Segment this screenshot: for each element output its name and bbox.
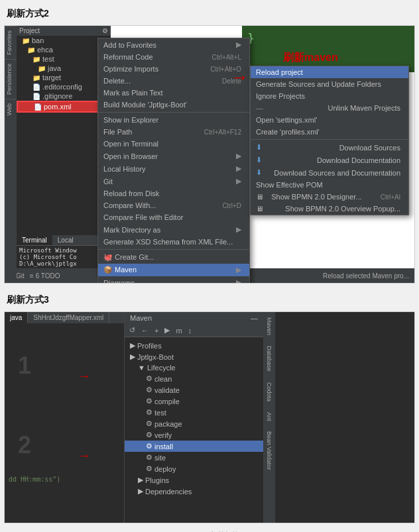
bpmn-overview-icon: 🖥 xyxy=(256,205,263,213)
section2-header: 刷新方式3 xyxy=(0,289,419,309)
download-sources-icon: ⬇ xyxy=(256,143,262,152)
menu-show-explorer[interactable]: Show in Explorer xyxy=(98,114,249,126)
right-tab-maven[interactable]: Maven xyxy=(265,312,274,341)
maven-plugins[interactable]: ▶ Plugins xyxy=(125,474,263,486)
project-settings-icon[interactable]: ⚙ xyxy=(102,27,108,34)
maven-submenu: Reload project Generate Sources and Upda… xyxy=(250,66,409,215)
maven-deploy-icon: ⚙ xyxy=(146,464,152,473)
menu-open-browser[interactable]: Open in Browser▶ xyxy=(98,150,249,162)
tree-item-editorconfig[interactable]: 📄 .editorconfig xyxy=(17,82,111,91)
maven-verify[interactable]: ⚙ verify xyxy=(125,429,263,441)
maven-plugins-icon: ▶ xyxy=(138,476,143,484)
red-arrow-lifecycle: → xyxy=(78,368,91,384)
submenu-effective-pom[interactable]: Show Effective POM xyxy=(251,179,408,191)
terminal-tab-local[interactable]: Local xyxy=(52,235,79,245)
tree-item-gitignore[interactable]: 📄 .gitignore xyxy=(17,91,111,101)
submenu-bpmn-overview[interactable]: 🖥 Show BPMN 2.0 Overview Popup... xyxy=(251,203,408,215)
tree-item-test[interactable]: 📁 test xyxy=(17,54,111,64)
menu-diagrams[interactable]: Diagrams▶ xyxy=(98,276,249,284)
maven-btn-refresh[interactable]: ↺ xyxy=(127,325,137,335)
terminal-tab-terminal[interactable]: Terminal xyxy=(17,235,52,245)
right-tab-database[interactable]: Database xyxy=(265,341,274,377)
code-tab-mapper[interactable]: ShHntJdzgffMapper.xml xyxy=(28,312,109,323)
maven-btn-add[interactable]: + xyxy=(152,326,160,335)
maven-validate-icon: ⚙ xyxy=(146,386,152,394)
maven-jptlgx-boot[interactable]: ▶ Jptlgx-Boot xyxy=(125,351,263,362)
maven-close-icon[interactable]: — xyxy=(251,314,258,322)
tree-item-pom[interactable]: 📄 pom.xml xyxy=(17,101,111,113)
maven-test[interactable]: ⚙ test xyxy=(125,407,263,418)
section1: 刷新方式2 Favorites Persistence Web Project … xyxy=(0,0,419,284)
menu-add-favorites[interactable]: Add to Favorites▶ xyxy=(98,38,249,51)
maven-btn-m[interactable]: m xyxy=(174,326,184,335)
maven-btn-back[interactable]: ← xyxy=(139,326,150,335)
maven-compile-icon: ⚙ xyxy=(146,397,152,405)
vsidebar-favorites[interactable]: Favorites xyxy=(5,26,17,59)
menu-local-history[interactable]: Local History▶ xyxy=(98,162,249,175)
download-docs-icon: ⬇ xyxy=(256,156,262,164)
menu-optimize[interactable]: Optimize ImportsCtrl+Alt+O xyxy=(98,63,249,75)
maven-package-icon: ⚙ xyxy=(146,419,152,428)
maven-btn-expand[interactable]: ↕ xyxy=(186,326,194,335)
maven-btn-run[interactable]: ▶ xyxy=(162,325,172,335)
menu-delete[interactable]: Delete...Delete xyxy=(98,75,249,87)
maven-profiles[interactable]: ▶ Profiles xyxy=(125,340,263,351)
maven-project-icon: ▶ xyxy=(130,352,135,361)
submenu-dl-sources[interactable]: ⬇ Download Sources xyxy=(251,141,408,154)
maven-site[interactable]: ⚙ site xyxy=(125,452,263,463)
tree-item-ehca[interactable]: 📁 ehca xyxy=(17,45,111,54)
tree-item-target[interactable]: 📁 target xyxy=(17,73,111,82)
menu-build-module[interactable]: Build Module 'Jptlgx-Boot' xyxy=(98,99,249,111)
terminal-line2: (c) Microsoft Co xyxy=(19,254,108,260)
menu-git[interactable]: Git▶ xyxy=(98,175,249,187)
submenu-unlink[interactable]: — Unlink Maven Projects xyxy=(251,102,408,114)
vsidebar-web[interactable]: Web xyxy=(5,99,17,119)
maven-dependencies[interactable]: ▶ Dependencies xyxy=(125,486,263,497)
submenu-reload[interactable]: Reload project xyxy=(251,66,408,78)
watermark: CSDN @叔然如故 xyxy=(0,529,419,532)
menu-generate-xsd[interactable]: Generate XSD Schema from XML File... xyxy=(98,236,249,248)
menu-reformat[interactable]: Reformat CodeCtrl+Alt+L xyxy=(98,51,249,63)
section2: 刷新方式3 java ShHntJdzgffMapper.xml dd HH:m… xyxy=(0,286,419,529)
maven-lifecycle[interactable]: ▼ Lifecycle xyxy=(125,362,263,373)
menu-compare-with[interactable]: Compare With...Ctrl+D xyxy=(98,199,249,211)
maven-validate[interactable]: ⚙ validate xyxy=(125,384,263,396)
right-panel-tabs: Maven Database Codota Ant Bean Validator xyxy=(263,312,275,523)
menu-mark-directory[interactable]: Mark Directory as▶ xyxy=(98,223,249,236)
submenu-ignore[interactable]: Ignore Projects xyxy=(251,90,408,102)
right-tab-bean[interactable]: Bean Validator xyxy=(265,426,274,475)
submenu-create-profiles[interactable]: Create 'profiles.xml' xyxy=(251,126,408,138)
maven-site-icon: ⚙ xyxy=(146,453,152,462)
tree-item-java[interactable]: 📁 java xyxy=(17,64,111,73)
red-arrow-install: → xyxy=(78,448,91,463)
menu-plain-text[interactable]: Mark as Plain Text xyxy=(98,87,249,99)
menu-maven[interactable]: 📦 Maven▶ xyxy=(98,264,249,276)
project-label: Project xyxy=(19,27,40,34)
code-tab-java[interactable]: java xyxy=(5,312,28,323)
right-tab-ant[interactable]: Ant xyxy=(265,407,274,427)
submenu-dl-sources-docs[interactable]: ⬇ Download Sources and Documentation xyxy=(251,166,408,179)
submenu-dl-docs[interactable]: ⬇ Download Documentation xyxy=(251,154,408,166)
maven-compile[interactable]: ⚙ compile xyxy=(125,396,263,407)
context-menu: Add to Favorites▶ Reformat CodeCtrl+Alt+… xyxy=(97,38,250,284)
terminal-tabs: Terminal Local xyxy=(17,235,111,246)
submenu-generate[interactable]: Generate Sources and Update Folders xyxy=(251,78,408,90)
submenu-open-settings[interactable]: Open 'settings.xml' xyxy=(251,114,408,126)
code-tabs: java ShHntJdzgffMapper.xml xyxy=(5,312,124,323)
menu-compare-editor[interactable]: Compare File with Editor xyxy=(98,211,249,223)
submenu-bpmn-designer[interactable]: 🖥 Show BPMN 2.0 Designer... Ctrl+Al xyxy=(251,191,408,203)
todo-item[interactable]: ≡ 6 TODO xyxy=(30,272,60,280)
maven-clean[interactable]: ⚙ clean xyxy=(125,373,263,384)
vsidebar-persistence[interactable]: Persistence xyxy=(5,59,17,99)
menu-reload-disk[interactable]: Reload from Disk xyxy=(98,187,249,199)
menu-open-terminal[interactable]: Open in Terminal xyxy=(98,138,249,150)
maven-deploy[interactable]: ⚙ deploy xyxy=(125,463,263,474)
right-tab-codota[interactable]: Codota xyxy=(265,377,274,407)
tree-item-ban[interactable]: 📁 ban xyxy=(17,36,111,45)
code-area: java ShHntJdzgffMapper.xml dd HH:mm:ss")… xyxy=(5,312,124,523)
maven-package[interactable]: ⚙ package xyxy=(125,418,263,429)
maven-install[interactable]: ⚙ install xyxy=(125,441,263,452)
menu-file-path[interactable]: File PathCtrl+Alt+F12 xyxy=(98,126,249,138)
menu-create-git[interactable]: 🐙 Create Git... xyxy=(98,251,249,264)
red-label-maven: 刷新maven xyxy=(283,51,338,65)
